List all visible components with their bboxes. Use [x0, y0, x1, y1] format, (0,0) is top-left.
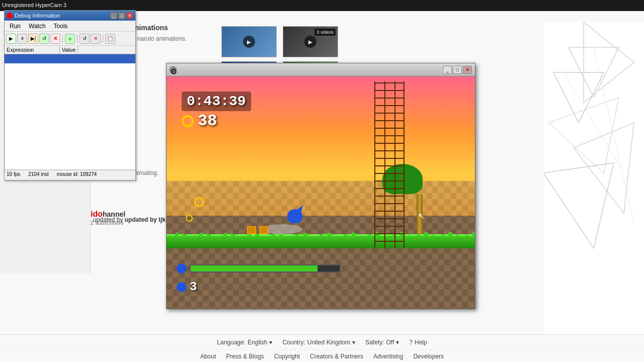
health-bar-area [177, 263, 341, 274]
add-button[interactable]: + [65, 34, 75, 44]
video-thumb-2[interactable]: ▶ 3 videos [283, 26, 338, 57]
mouse-status: mouse id: 109274 [57, 171, 97, 179]
gear-icon: ⚙ [170, 66, 177, 73]
developers-link[interactable]: Developers [413, 353, 444, 360]
inst-status: 2104 inst [28, 171, 49, 179]
safety-value: Off [386, 339, 394, 346]
ring-number: 38 [198, 112, 217, 130]
mouse-cursor: ↖ [418, 211, 425, 221]
advertising-link[interactable]: Advertising [373, 353, 403, 360]
title-icon [7, 13, 13, 19]
menu-tools[interactable]: Tools [50, 22, 72, 31]
menu-run[interactable]: Run [6, 22, 25, 31]
minimize-button[interactable]: _ [110, 12, 117, 19]
toolbar-separator-1 [62, 35, 63, 43]
item-box-1 [247, 226, 256, 234]
ring-count: 38 [182, 112, 217, 130]
language-label: Language: [217, 339, 246, 346]
life-icon [177, 282, 187, 292]
copyright-link[interactable]: Copyright [274, 353, 300, 360]
safety-label: Safety: [365, 339, 384, 346]
value-header: Value [60, 46, 78, 54]
coin-2 [186, 215, 193, 222]
top-bar: Unregistered HyperCam 3 [0, 0, 644, 11]
language-selector[interactable]: Language: English ▾ [217, 339, 272, 346]
about-link[interactable]: About [200, 353, 216, 360]
item-box-2 [259, 226, 268, 234]
brick-tower [374, 81, 405, 248]
maximize-button[interactable]: □ [118, 12, 125, 19]
game-close-button[interactable]: ✕ [463, 66, 472, 74]
youtube-footer: Language: English ▾ Country: United King… [0, 334, 644, 362]
press-blogs-link[interactable]: Press & Blogs [226, 353, 264, 360]
subscribers-count: 2 subscribers [91, 220, 123, 226]
language-value: English [248, 339, 267, 346]
expression-header: Expression [5, 46, 60, 54]
clear-button[interactable]: ✕ [91, 34, 101, 44]
country-label: Country: [282, 339, 305, 346]
country-dropdown-icon[interactable]: ▾ [352, 339, 355, 346]
close-button[interactable]: ✕ [126, 12, 133, 19]
footer-language-bar[interactable]: Language: English ▾ Country: United King… [0, 335, 644, 350]
palm-tree [399, 164, 440, 234]
decorative-pattern [543, 22, 644, 349]
debug-table[interactable] [5, 54, 135, 170]
file-button[interactable]: 📋 [105, 34, 115, 44]
step-button[interactable]: ▶| [28, 34, 38, 44]
stop-button[interactable]: ✕ [50, 34, 60, 44]
footer-links: About Press & Blogs Copyright Creators &… [0, 350, 644, 362]
play-button-2[interactable]: ▶ [304, 36, 316, 48]
debug-title: Debug Information [15, 13, 60, 19]
pause-button[interactable]: ⏸ [17, 34, 27, 44]
debug-statusbar: 10 fps 2104 inst mouse id: 109274 [5, 170, 135, 180]
hypercam-watermark: Unregistered HyperCam 3 [2, 2, 66, 8]
debug-titlebar[interactable]: Debug Information _ □ ✕ [5, 11, 135, 21]
creators-link[interactable]: Creators & Partners [310, 353, 363, 360]
video-thumb-1[interactable]: ▶ [221, 26, 277, 57]
coin-1 [194, 197, 204, 207]
sonic-character [287, 209, 307, 229]
country-value: United Kingdom [307, 339, 350, 346]
debug-column-headers: Expression Value [5, 46, 135, 54]
safety-selector[interactable]: Safety: Off ▾ [365, 339, 399, 346]
country-selector[interactable]: Country: United Kingdom ▾ [282, 339, 355, 346]
game-titlebar[interactable]: ⚙ _ □ ✕ [167, 63, 475, 76]
health-bar [190, 264, 341, 273]
safety-dropdown-icon[interactable]: ▾ [396, 339, 399, 346]
game-timer: 0:43:39 [182, 92, 251, 111]
game-minimize-button[interactable]: _ [443, 66, 452, 74]
refresh-button[interactable]: ↺ [39, 34, 49, 44]
svg-rect-0 [543, 22, 644, 349]
selected-row[interactable] [5, 54, 135, 63]
sonic-body [287, 209, 302, 223]
reset-button[interactable]: ↺ [79, 34, 90, 44]
menu-watch[interactable]: Watch [25, 22, 50, 31]
game-maximize-button[interactable]: □ [453, 66, 462, 74]
life-number: 3 [190, 280, 197, 294]
debug-menubar[interactable]: Run Watch Tools [5, 21, 135, 32]
help-label: Help [415, 339, 427, 346]
naruto-text: in naruto animations. [131, 35, 187, 42]
animations-title: animations [131, 24, 168, 32]
ring-icon [182, 115, 194, 127]
life-count-area: 3 [177, 280, 197, 294]
language-dropdown-icon[interactable]: ▾ [269, 339, 272, 346]
health-bar-fill [191, 265, 317, 272]
fps-status: 10 fps [7, 171, 20, 179]
window-controls[interactable]: _ □ ✕ [443, 66, 472, 74]
debug-toolbar: ▶ ⏸ ▶| ↺ ✕ + ↺ ✕ 📋 [5, 32, 135, 46]
ground-items [247, 226, 268, 234]
help-icon: ? [409, 339, 413, 346]
game-window[interactable]: ⚙ _ □ ✕ 0:43:39 3 [166, 63, 475, 309]
debug-window[interactable]: Debug Information _ □ ✕ Run Watch Tools … [4, 10, 136, 180]
play-button-1[interactable]: ▶ [243, 36, 255, 48]
videos-badge-1: 3 videos [314, 29, 336, 36]
help-link[interactable]: ? Help [409, 339, 427, 346]
play-button[interactable]: ▶ [6, 34, 16, 44]
timer-display: 0:43:39 [187, 94, 246, 109]
toolbar-separator-2 [77, 35, 77, 43]
grass-platform [167, 234, 475, 248]
health-icon [177, 263, 187, 274]
toolbar-separator-3 [103, 35, 103, 43]
game-canvas: 0:43:39 38 3 [167, 76, 475, 309]
